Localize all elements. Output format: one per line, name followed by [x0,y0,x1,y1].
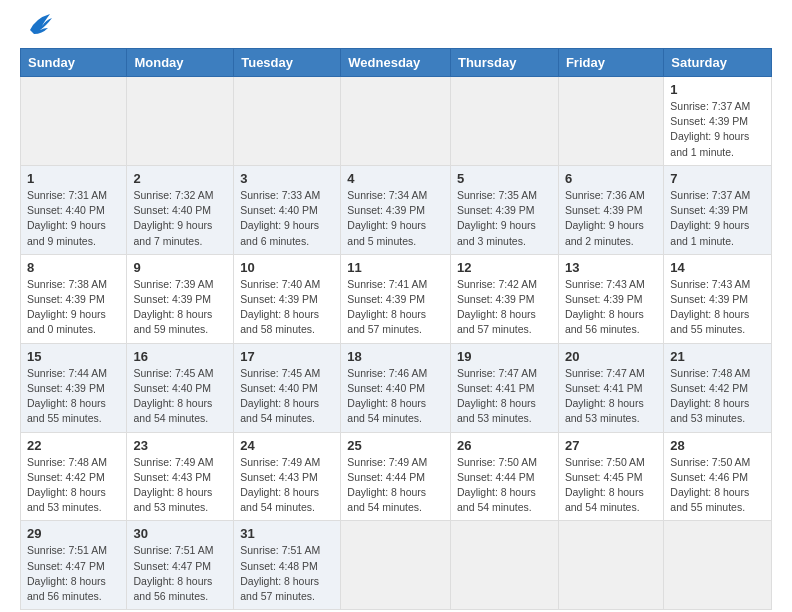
day-info: Sunrise: 7:44 AMSunset: 4:39 PMDaylight:… [27,367,107,425]
calendar-week-row: 1 Sunrise: 7:31 AMSunset: 4:40 PMDayligh… [21,165,772,254]
calendar-day-cell: 27 Sunrise: 7:50 AMSunset: 4:45 PMDaylig… [558,432,663,521]
header [20,18,772,40]
day-info: Sunrise: 7:43 AMSunset: 4:39 PMDaylight:… [565,278,645,336]
day-info: Sunrise: 7:49 AMSunset: 4:43 PMDaylight:… [240,456,320,514]
day-number: 15 [27,349,120,364]
calendar-day-cell: 26 Sunrise: 7:50 AMSunset: 4:44 PMDaylig… [450,432,558,521]
calendar-day-cell [234,77,341,166]
calendar-day-cell [127,77,234,166]
calendar-day-header: Friday [558,49,663,77]
day-number: 16 [133,349,227,364]
day-number: 30 [133,526,227,541]
calendar-day-cell: 14 Sunrise: 7:43 AMSunset: 4:39 PMDaylig… [664,254,772,343]
calendar-header-row: SundayMondayTuesdayWednesdayThursdayFrid… [21,49,772,77]
day-number: 10 [240,260,334,275]
calendar-day-cell: 4 Sunrise: 7:34 AMSunset: 4:39 PMDayligh… [341,165,451,254]
day-info: Sunrise: 7:51 AMSunset: 4:47 PMDaylight:… [133,544,213,602]
day-number: 5 [457,171,552,186]
day-number: 3 [240,171,334,186]
day-info: Sunrise: 7:50 AMSunset: 4:44 PMDaylight:… [457,456,537,514]
day-info: Sunrise: 7:38 AMSunset: 4:39 PMDaylight:… [27,278,107,336]
calendar-day-cell [558,521,663,610]
calendar-week-row: 22 Sunrise: 7:48 AMSunset: 4:42 PMDaylig… [21,432,772,521]
day-info: Sunrise: 7:49 AMSunset: 4:44 PMDaylight:… [347,456,427,514]
day-number: 19 [457,349,552,364]
day-info: Sunrise: 7:37 AMSunset: 4:39 PMDaylight:… [670,100,750,158]
calendar-day-cell [558,77,663,166]
calendar-day-header: Wednesday [341,49,451,77]
calendar-day-cell: 29 Sunrise: 7:51 AMSunset: 4:47 PMDaylig… [21,521,127,610]
day-info: Sunrise: 7:50 AMSunset: 4:46 PMDaylight:… [670,456,750,514]
calendar-day-cell: 5 Sunrise: 7:35 AMSunset: 4:39 PMDayligh… [450,165,558,254]
calendar-day-cell: 21 Sunrise: 7:48 AMSunset: 4:42 PMDaylig… [664,343,772,432]
day-info: Sunrise: 7:33 AMSunset: 4:40 PMDaylight:… [240,189,320,247]
calendar-day-cell: 13 Sunrise: 7:43 AMSunset: 4:39 PMDaylig… [558,254,663,343]
day-number: 29 [27,526,120,541]
calendar-day-cell [450,77,558,166]
calendar-day-cell: 11 Sunrise: 7:41 AMSunset: 4:39 PMDaylig… [341,254,451,343]
calendar-table: SundayMondayTuesdayWednesdayThursdayFrid… [20,48,772,610]
calendar-day-cell: 9 Sunrise: 7:39 AMSunset: 4:39 PMDayligh… [127,254,234,343]
calendar-day-cell: 22 Sunrise: 7:48 AMSunset: 4:42 PMDaylig… [21,432,127,521]
calendar-day-cell: 10 Sunrise: 7:40 AMSunset: 4:39 PMDaylig… [234,254,341,343]
day-number: 7 [670,171,765,186]
calendar-day-cell [341,521,451,610]
calendar-day-cell: 2 Sunrise: 7:32 AMSunset: 4:40 PMDayligh… [127,165,234,254]
day-info: Sunrise: 7:37 AMSunset: 4:39 PMDaylight:… [670,189,750,247]
day-info: Sunrise: 7:50 AMSunset: 4:45 PMDaylight:… [565,456,645,514]
calendar-day-header: Thursday [450,49,558,77]
day-info: Sunrise: 7:34 AMSunset: 4:39 PMDaylight:… [347,189,427,247]
day-info: Sunrise: 7:41 AMSunset: 4:39 PMDaylight:… [347,278,427,336]
day-number: 1 [670,82,765,97]
day-info: Sunrise: 7:46 AMSunset: 4:40 PMDaylight:… [347,367,427,425]
day-number: 18 [347,349,444,364]
day-number: 25 [347,438,444,453]
day-info: Sunrise: 7:49 AMSunset: 4:43 PMDaylight:… [133,456,213,514]
day-number: 21 [670,349,765,364]
calendar-week-row: 8 Sunrise: 7:38 AMSunset: 4:39 PMDayligh… [21,254,772,343]
day-info: Sunrise: 7:45 AMSunset: 4:40 PMDaylight:… [240,367,320,425]
calendar-day-cell: 17 Sunrise: 7:45 AMSunset: 4:40 PMDaylig… [234,343,341,432]
day-info: Sunrise: 7:32 AMSunset: 4:40 PMDaylight:… [133,189,213,247]
day-number: 31 [240,526,334,541]
day-number: 4 [347,171,444,186]
calendar-day-cell [21,77,127,166]
calendar-day-cell [341,77,451,166]
day-info: Sunrise: 7:48 AMSunset: 4:42 PMDaylight:… [670,367,750,425]
day-info: Sunrise: 7:35 AMSunset: 4:39 PMDaylight:… [457,189,537,247]
day-number: 13 [565,260,657,275]
day-number: 23 [133,438,227,453]
calendar-day-cell: 25 Sunrise: 7:49 AMSunset: 4:44 PMDaylig… [341,432,451,521]
calendar-day-cell: 23 Sunrise: 7:49 AMSunset: 4:43 PMDaylig… [127,432,234,521]
calendar-day-cell: 7 Sunrise: 7:37 AMSunset: 4:39 PMDayligh… [664,165,772,254]
calendar-day-cell: 1 Sunrise: 7:31 AMSunset: 4:40 PMDayligh… [21,165,127,254]
day-number: 17 [240,349,334,364]
calendar-day-cell: 31 Sunrise: 7:51 AMSunset: 4:48 PMDaylig… [234,521,341,610]
day-info: Sunrise: 7:47 AMSunset: 4:41 PMDaylight:… [457,367,537,425]
day-number: 26 [457,438,552,453]
calendar-week-row: 1 Sunrise: 7:37 AMSunset: 4:39 PMDayligh… [21,77,772,166]
calendar-day-cell: 16 Sunrise: 7:45 AMSunset: 4:40 PMDaylig… [127,343,234,432]
calendar-week-row: 29 Sunrise: 7:51 AMSunset: 4:47 PMDaylig… [21,521,772,610]
day-number: 6 [565,171,657,186]
calendar-day-cell: 12 Sunrise: 7:42 AMSunset: 4:39 PMDaylig… [450,254,558,343]
day-info: Sunrise: 7:42 AMSunset: 4:39 PMDaylight:… [457,278,537,336]
calendar-day-header: Monday [127,49,234,77]
day-number: 22 [27,438,120,453]
day-info: Sunrise: 7:47 AMSunset: 4:41 PMDaylight:… [565,367,645,425]
day-number: 9 [133,260,227,275]
day-number: 27 [565,438,657,453]
calendar-day-cell: 1 Sunrise: 7:37 AMSunset: 4:39 PMDayligh… [664,77,772,166]
day-info: Sunrise: 7:51 AMSunset: 4:47 PMDaylight:… [27,544,107,602]
day-number: 8 [27,260,120,275]
day-number: 1 [27,171,120,186]
calendar-day-header: Sunday [21,49,127,77]
calendar-day-cell: 3 Sunrise: 7:33 AMSunset: 4:40 PMDayligh… [234,165,341,254]
day-number: 11 [347,260,444,275]
calendar-day-cell: 6 Sunrise: 7:36 AMSunset: 4:39 PMDayligh… [558,165,663,254]
calendar-day-cell: 28 Sunrise: 7:50 AMSunset: 4:46 PMDaylig… [664,432,772,521]
day-number: 24 [240,438,334,453]
logo [20,18,54,40]
calendar-day-cell [450,521,558,610]
calendar-day-cell: 19 Sunrise: 7:47 AMSunset: 4:41 PMDaylig… [450,343,558,432]
